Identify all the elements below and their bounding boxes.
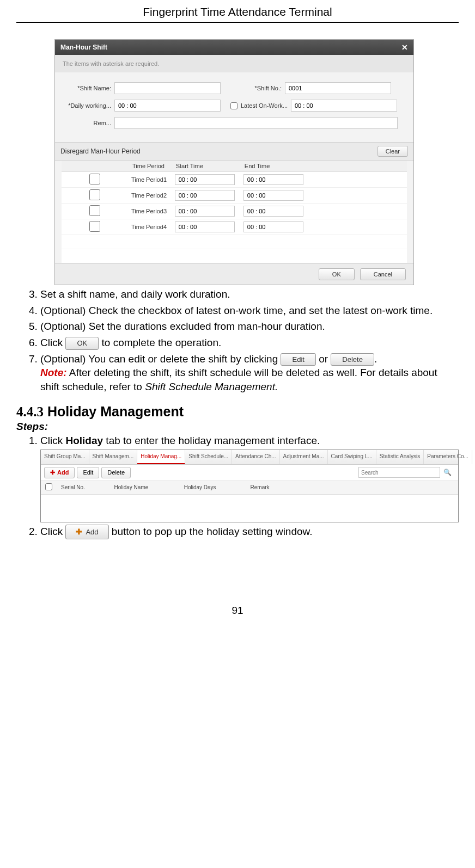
daily-working-input[interactable] [114, 100, 221, 112]
remark-label: Rem... [63, 120, 114, 126]
note-reference: Shift Schedule Management. [145, 381, 278, 392]
latest-onwork-label: Latest On-Work... [240, 102, 291, 109]
period-name: Time Period1 [128, 172, 172, 188]
col-start-time: Start Time [172, 161, 240, 172]
step-5: (Optional) Set the durations excluded fr… [40, 319, 459, 334]
step-7: (Optional) You can edit or delete the sh… [40, 352, 459, 394]
delete-button-inline: Delete [331, 353, 374, 366]
step-6: Click OK to complete the operation. [40, 336, 459, 350]
step-4: (Optional) Check the checkbox of latest … [40, 304, 459, 318]
period-checkbox[interactable] [65, 189, 125, 200]
edit-button-inline: Edit [281, 353, 315, 366]
start-time-input[interactable] [175, 190, 235, 201]
select-all-checkbox[interactable] [45, 483, 52, 490]
shift-name-input[interactable] [114, 82, 221, 94]
shift-name-label: *Shift Name: [63, 85, 114, 91]
add-label: Add [57, 469, 69, 477]
end-time-input[interactable] [243, 206, 303, 217]
tab-attendance-check[interactable]: Attendance Ch... [232, 450, 280, 464]
ok-button[interactable]: OK [319, 268, 355, 280]
add-button-inline: ✚Add [65, 525, 108, 539]
page-number: 91 [16, 605, 459, 617]
period-checkbox[interactable] [65, 221, 125, 232]
dialog-titlebar: Man-Hour Shift ✕ [55, 40, 413, 55]
delete-button[interactable]: Delete [101, 467, 131, 478]
step-text: . [374, 353, 377, 365]
section-heading: 4.4.3 Holiday Management [16, 404, 459, 420]
daily-working-label: *Daily working... [63, 102, 114, 109]
table-row: Time Period3 [62, 204, 407, 219]
table-row: Time Period2 [62, 188, 407, 204]
period-name: Time Period4 [128, 219, 172, 235]
disregard-section-title: Disregard Man-Hour Period [60, 147, 141, 155]
latest-onwork-input[interactable] [291, 100, 397, 112]
holiday-step-1: Click Holiday tab to enter the holiday m… [40, 434, 459, 522]
tabs-bar: Shift Group Ma... Shift Managem... Holid… [41, 450, 458, 465]
steps-label: Steps: [16, 421, 459, 433]
cancel-button[interactable]: Cancel [360, 268, 406, 280]
remark-input[interactable] [114, 117, 398, 129]
tab-parameters[interactable]: Parameters Co... [424, 450, 472, 464]
tab-shift-schedule[interactable]: Shift Schedule... [185, 450, 232, 464]
tab-holiday-management[interactable]: Holiday Manag... [137, 450, 185, 464]
period-name: Time Period3 [128, 204, 172, 219]
step-text: tab to enter the holiday management inte… [103, 435, 320, 446]
holiday-table: Serial No. Holiday Name Holiday Days Rem… [41, 481, 458, 522]
step-text: (Optional) You can edit or delete the sh… [40, 353, 281, 365]
shift-no-input[interactable] [285, 82, 391, 94]
latest-onwork-checkbox[interactable] [230, 102, 238, 109]
ok-button-inline: OK [65, 337, 99, 350]
required-notice: The items with asterisk are required. [55, 55, 413, 72]
plus-icon: ✚ [50, 469, 55, 477]
time-period-table: Time Period Start Time End Time Time Per… [62, 161, 407, 263]
page-header: Fingerprint Time Attendance Terminal [16, 5, 459, 23]
tab-adjustment[interactable]: Adjustment Ma... [280, 450, 328, 464]
col-time-period: Time Period [128, 161, 172, 172]
table-row: Time Period4 [62, 219, 407, 235]
clear-button[interactable]: Clear [377, 146, 408, 157]
plus-icon: ✚ [76, 527, 82, 537]
tab-shift-group[interactable]: Shift Group Ma... [41, 450, 89, 464]
tab-card-swiping[interactable]: Card Swiping L... [328, 450, 376, 464]
edit-button[interactable]: Edit [77, 467, 99, 478]
end-time-input[interactable] [243, 190, 303, 201]
holiday-management-interface: Shift Group Ma... Shift Managem... Holid… [40, 450, 459, 522]
search-icon[interactable]: 🔍 [440, 468, 455, 477]
step-text: Click [40, 526, 65, 537]
start-time-input[interactable] [175, 206, 235, 217]
col-holiday-name: Holiday Name [109, 481, 179, 495]
step-text: Click [40, 435, 65, 446]
search-input[interactable] [358, 467, 440, 478]
period-name: Time Period2 [128, 188, 172, 204]
end-time-input[interactable] [243, 174, 303, 185]
step-3: Set a shift name, and daily work duratio… [40, 287, 459, 301]
period-checkbox[interactable] [65, 174, 125, 184]
holiday-step-2: Click ✚Add button to pop up the holiday … [40, 525, 459, 539]
col-holiday-days: Holiday Days [180, 481, 246, 495]
col-remark: Remark [246, 481, 291, 495]
tab-shift-management[interactable]: Shift Managem... [89, 450, 138, 464]
section-title: Holiday Management [44, 404, 184, 419]
period-checkbox[interactable] [65, 205, 125, 216]
step-text: to complete the operation. [99, 337, 221, 348]
step-text: button to pop up the holiday setting win… [109, 526, 313, 537]
start-time-input[interactable] [175, 174, 235, 185]
man-hour-shift-dialog: Man-Hour Shift ✕ The items with asterisk… [54, 39, 414, 285]
tab-data-manage[interactable]: Data Manage... [472, 450, 475, 464]
step-text: or [316, 353, 331, 365]
col-end-time: End Time [240, 161, 309, 172]
note-label: Note: [40, 367, 67, 378]
shift-no-label: *Shift No.: [230, 85, 285, 91]
add-button[interactable]: ✚Add [44, 467, 75, 478]
start-time-input[interactable] [175, 221, 235, 232]
add-label: Add [86, 527, 98, 537]
col-serial-no: Serial No. [57, 481, 109, 495]
end-time-input[interactable] [243, 221, 303, 232]
dialog-title: Man-Hour Shift [60, 44, 107, 51]
step-text: Click [40, 337, 65, 348]
toolbar: ✚Add Edit Delete 🔍 [41, 465, 458, 481]
holiday-tab-name: Holiday [65, 435, 103, 446]
close-icon[interactable]: ✕ [401, 43, 408, 52]
tab-statistic[interactable]: Statistic Analysis [376, 450, 424, 464]
section-number: 4.4.3 [16, 404, 44, 419]
